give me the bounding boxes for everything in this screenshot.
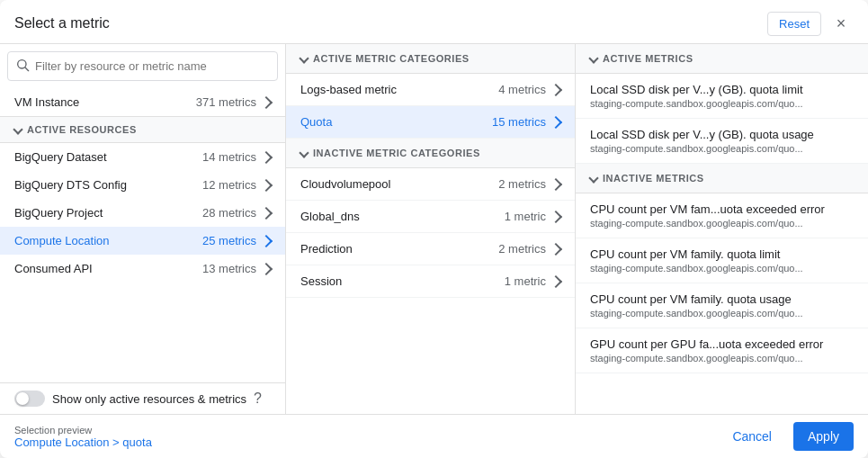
metric-category-item[interactable]: Logs-based metric 4 metrics xyxy=(286,74,575,106)
right-panel: ACTIVE METRICS Local SSD disk per V...y … xyxy=(576,44,868,414)
chevron-right-icon xyxy=(550,83,562,95)
metric-count: 2 metrics xyxy=(498,177,560,191)
chevron-down-icon xyxy=(588,173,598,183)
list-item[interactable]: BigQuery DTS Config 12 metrics xyxy=(0,171,285,199)
active-only-toggle[interactable] xyxy=(14,391,45,407)
item-count: 14 metrics xyxy=(202,150,271,164)
active-metrics-header: ACTIVE METRICS xyxy=(576,44,868,74)
dialog-title: Select a metric xyxy=(14,15,110,31)
metric-label: Global_dns xyxy=(300,210,360,223)
chevron-right-icon xyxy=(260,95,273,108)
item-label: VM Instance xyxy=(14,95,79,109)
metric-result-title: CPU count per VM family. quota usage xyxy=(590,292,854,306)
metric-result-item[interactable]: GPU count per GPU fa...uota exceeded err… xyxy=(576,328,868,373)
metric-category-item[interactable]: Session 1 metric xyxy=(286,265,575,298)
close-button[interactable]: × xyxy=(828,11,854,36)
dialog-body: VM Instance 371 metrics ACTIVE RESOURCES… xyxy=(0,44,868,414)
dialog-footer: Selection preview Compute Location > quo… xyxy=(0,414,868,458)
reset-button[interactable]: Reset xyxy=(767,12,821,36)
metric-result-subtitle: staging-compute.sandbox.googleapis.com/q… xyxy=(590,143,854,154)
metric-label: Prediction xyxy=(300,242,353,256)
header-actions: Reset × xyxy=(767,11,854,36)
active-metrics-section: ACTIVE METRICS Local SSD disk per V...y … xyxy=(576,44,868,164)
item-label: Compute Location xyxy=(14,234,110,247)
active-categories-header: ACTIVE METRIC CATEGORIES xyxy=(286,44,575,74)
item-count: 13 metrics xyxy=(202,262,271,275)
search-input[interactable] xyxy=(35,59,270,73)
list-item-active[interactable]: Compute Location 25 metrics xyxy=(0,227,285,255)
item-count: 28 metrics xyxy=(202,206,271,220)
list-item[interactable]: BigQuery Dataset 14 metrics xyxy=(0,143,285,171)
metric-category-item-active[interactable]: Quota 15 metrics xyxy=(286,106,575,139)
list-item[interactable]: Consumed API 13 metrics xyxy=(0,255,285,283)
chevron-right-icon xyxy=(260,262,273,274)
metric-count: 2 metrics xyxy=(498,242,560,256)
active-resources-header: ACTIVE RESOURCES xyxy=(0,116,285,143)
chevron-right-icon xyxy=(260,206,273,219)
metric-count: 4 metrics xyxy=(498,83,560,96)
item-label: Consumed API xyxy=(14,262,93,275)
chevron-right-icon xyxy=(550,115,562,128)
metric-category-item[interactable]: Global_dns 1 metric xyxy=(286,201,575,233)
metric-label: Cloudvolumepool xyxy=(300,177,390,191)
help-icon[interactable]: ? xyxy=(254,391,262,407)
list-item[interactable]: VM Instance 371 metrics xyxy=(0,88,285,116)
item-count: 25 metrics xyxy=(202,234,271,247)
metric-result-item[interactable]: Local SSD disk per V...y (GB). quota lim… xyxy=(576,74,868,119)
chevron-down-icon xyxy=(13,124,22,134)
selection-preview-value[interactable]: Compute Location > quota xyxy=(14,436,152,449)
item-count: 12 metrics xyxy=(202,178,271,192)
metric-result-title: Local SSD disk per V...y (GB). quota usa… xyxy=(590,128,854,141)
toggle-knob xyxy=(16,392,29,405)
metric-count: 1 metric xyxy=(505,210,560,223)
metric-result-item[interactable]: CPU count per VM family. quota limit sta… xyxy=(576,238,868,283)
metric-result-subtitle: staging-compute.sandbox.googleapis.com/q… xyxy=(590,218,854,229)
item-label: BigQuery DTS Config xyxy=(14,178,127,192)
inactive-metrics-header: INACTIVE METRICS xyxy=(576,164,868,193)
metric-label: Quota xyxy=(300,115,332,129)
chevron-down-icon xyxy=(299,148,309,157)
toggle-label: Show only active resources & metrics xyxy=(52,392,246,406)
search-box xyxy=(7,51,278,81)
metric-result-item[interactable]: CPU count per VM fam...uota exceeded err… xyxy=(576,193,868,238)
inactive-categories-header: INACTIVE METRIC CATEGORIES xyxy=(286,139,575,168)
footer-buttons: Cancel Apply xyxy=(718,422,854,451)
metric-result-item[interactable]: CPU count per VM family. quota usage sta… xyxy=(576,283,868,328)
item-label: BigQuery Project xyxy=(14,206,103,220)
middle-panel: ACTIVE METRIC CATEGORIES Logs-based metr… xyxy=(286,44,576,414)
metric-result-subtitle: staging-compute.sandbox.googleapis.com/q… xyxy=(590,98,854,109)
metric-category-item[interactable]: Cloudvolumepool 2 metrics xyxy=(286,168,575,201)
left-panel: VM Instance 371 metrics ACTIVE RESOURCES… xyxy=(0,44,286,414)
cancel-button[interactable]: Cancel xyxy=(718,422,786,451)
metric-label: Session xyxy=(300,274,342,288)
chevron-right-icon xyxy=(260,178,273,191)
chevron-right-icon xyxy=(550,242,562,255)
right-scroll-area: ACTIVE METRICS Local SSD disk per V...y … xyxy=(576,44,868,414)
metric-result-subtitle: staging-compute.sandbox.googleapis.com/q… xyxy=(590,353,854,364)
chevron-right-icon xyxy=(550,210,562,222)
apply-button[interactable]: Apply xyxy=(793,422,854,451)
chevron-right-icon xyxy=(550,177,562,190)
metric-result-item[interactable]: Local SSD disk per V...y (GB). quota usa… xyxy=(576,119,868,164)
resource-list: VM Instance 371 metrics ACTIVE RESOURCES… xyxy=(0,88,285,382)
select-metric-dialog: Select a metric Reset × VM Insta xyxy=(0,0,868,458)
selection-preview: Selection preview Compute Location > quo… xyxy=(14,425,152,449)
chevron-right-icon xyxy=(550,274,562,287)
metric-category-item[interactable]: Prediction 2 metrics xyxy=(286,233,575,265)
metric-result-title: GPU count per GPU fa...uota exceeded err… xyxy=(590,337,854,351)
metric-result-title: CPU count per VM fam...uota exceeded err… xyxy=(590,202,854,216)
selection-preview-label: Selection preview xyxy=(14,425,152,436)
search-icon xyxy=(15,58,30,75)
svg-line-1 xyxy=(25,67,29,71)
metric-label: Logs-based metric xyxy=(300,83,397,96)
item-count: 371 metrics xyxy=(196,95,271,109)
item-label: BigQuery Dataset xyxy=(14,150,107,164)
dialog-header: Select a metric Reset × xyxy=(0,0,868,44)
chevron-right-icon xyxy=(260,234,273,247)
chevron-down-icon xyxy=(299,53,309,63)
metric-result-subtitle: staging-compute.sandbox.googleapis.com/q… xyxy=(590,308,854,319)
metric-count: 1 metric xyxy=(505,274,560,288)
metric-result-title: CPU count per VM family. quota limit xyxy=(590,247,854,261)
list-item[interactable]: BigQuery Project 28 metrics xyxy=(0,199,285,227)
chevron-down-icon xyxy=(588,53,598,63)
